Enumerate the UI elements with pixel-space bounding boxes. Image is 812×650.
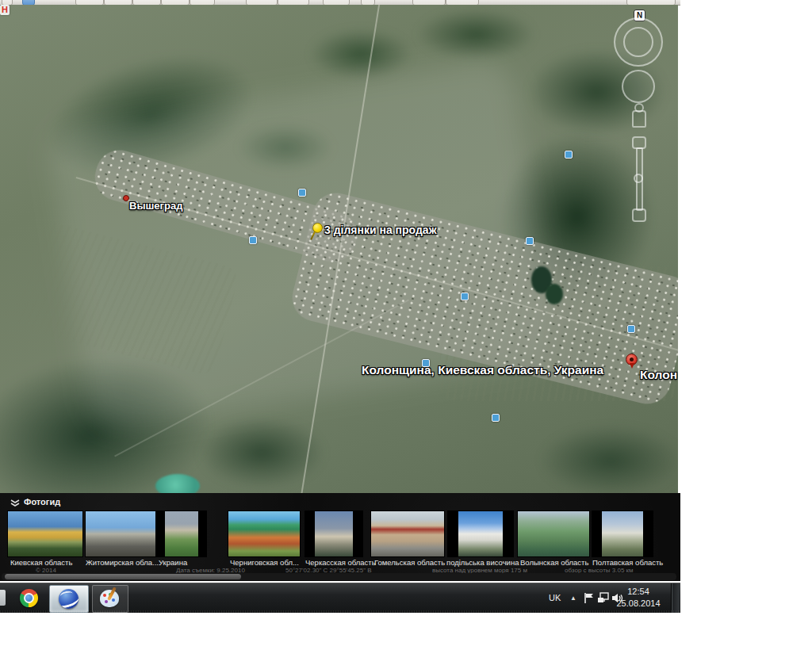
chrome-icon	[20, 589, 38, 607]
photoguide-scrollbar-track[interactable]	[2, 573, 676, 580]
thumbnail-label: Украина	[159, 558, 187, 567]
place-label-vyshegrad: Вышеград	[129, 200, 182, 212]
pond	[546, 284, 563, 304]
thumbnail-label: Полтавская область	[592, 558, 663, 567]
photo-thumbnail[interactable]	[8, 511, 82, 556]
collapse-chevron-icon[interactable]	[10, 497, 21, 507]
zoom-out-button[interactable]	[632, 208, 646, 222]
photo-poi-icon[interactable]	[298, 189, 306, 197]
paint-taskbar-button[interactable]	[92, 585, 128, 613]
photoguide-title: Фотогид	[24, 497, 60, 507]
windows-taskbar: UK ▲ 12:54 25.08.2014	[0, 583, 680, 613]
taskbar-edge-item[interactable]	[0, 590, 6, 606]
photo-thumbnail[interactable]	[228, 511, 300, 556]
thumbnail-label: Черкасская область	[305, 558, 376, 567]
thumbnail-label: Киевская область	[10, 558, 72, 567]
photo-poi-icon[interactable]	[627, 325, 635, 333]
thumbnail-label: подільська височина	[446, 558, 519, 567]
photo-poi-icon[interactable]	[492, 414, 500, 422]
thumbnail-image	[458, 511, 503, 556]
photo-thumbnail[interactable]	[448, 511, 513, 556]
terrain-forest	[416, 9, 535, 60]
pegman-body	[632, 110, 646, 128]
compass-inner-ring	[623, 27, 653, 57]
photoguide-panel: Фотогид Киевская область Житомирская обл…	[0, 493, 680, 581]
photo-thumbnail[interactable]	[157, 511, 206, 556]
terrain-forest	[539, 425, 678, 493]
photo-poi-icon[interactable]	[526, 237, 534, 245]
marker-dot	[630, 358, 634, 361]
photo-poi-icon[interactable]	[249, 236, 257, 244]
photo-thumbnail[interactable]	[305, 511, 362, 556]
photoguide-scrollbar-thumb[interactable]	[5, 574, 241, 579]
clock-time: 12:54	[612, 586, 665, 598]
thumbnail-label: Житомирская обла...	[86, 558, 159, 567]
language-indicator[interactable]: UK	[549, 593, 561, 602]
thumbnail-image	[602, 511, 643, 556]
photo-thumbnail[interactable]	[592, 511, 653, 556]
action-center-flag-icon[interactable]	[583, 592, 595, 604]
clock-date: 25.08.2014	[612, 598, 665, 610]
network-icon[interactable]	[597, 592, 609, 604]
place-label-kolonshchina: Колонщина, Киевская область, Украина	[362, 363, 603, 377]
photo-thumbnail[interactable]	[371, 511, 444, 556]
thumbnail-image	[315, 511, 353, 556]
photo-thumbnail[interactable]	[86, 511, 155, 556]
google-earth-taskbar-button[interactable]	[49, 585, 89, 613]
pushpin-head	[312, 223, 323, 233]
placemark-label-listing[interactable]: 3 ділянки на продаж	[324, 224, 437, 236]
photo-thumbnail[interactable]	[518, 511, 589, 556]
thumbnail-label: Гомельская область	[374, 558, 445, 567]
thumbnail-label: Волынская область	[520, 558, 588, 567]
search-result-marker-icon[interactable]	[626, 354, 638, 369]
photoguide-header: Фотогид	[0, 493, 680, 510]
thumbnail-label: Черниговская обл...	[230, 558, 299, 567]
paint-palette-icon	[100, 590, 119, 607]
tray-expand-caret[interactable]: ▲	[570, 595, 576, 602]
marker-tail	[630, 363, 634, 369]
google-earth-icon	[59, 589, 79, 609]
clock[interactable]: 12:54 25.08.2014	[612, 586, 665, 610]
place-label-partial: Колон	[640, 368, 677, 382]
thumbnail-image	[165, 511, 198, 556]
photo-poi-icon[interactable]	[565, 151, 573, 159]
pond	[155, 474, 200, 493]
look-joystick[interactable]	[622, 70, 655, 103]
hospital-marker-icon[interactable]: H	[0, 5, 10, 15]
pegman-icon[interactable]	[631, 103, 644, 127]
chrome-taskbar-button[interactable]	[17, 585, 41, 611]
photo-poi-icon[interactable]	[461, 292, 469, 300]
earth-map-viewport[interactable]: H Вышеград 3 ділянки на продаж Колонщина…	[0, 5, 678, 493]
desktop-screen: H Вышеград 3 ділянки на продаж Колонщина…	[0, 0, 812, 650]
show-desktop-button[interactable]	[671, 583, 680, 613]
place-dot-icon[interactable]	[123, 195, 129, 201]
terrain-forest	[198, 417, 325, 488]
pushpin-icon[interactable]	[309, 223, 324, 242]
zoom-slider-handle[interactable]	[634, 174, 643, 183]
terrain-forest	[309, 29, 412, 80]
